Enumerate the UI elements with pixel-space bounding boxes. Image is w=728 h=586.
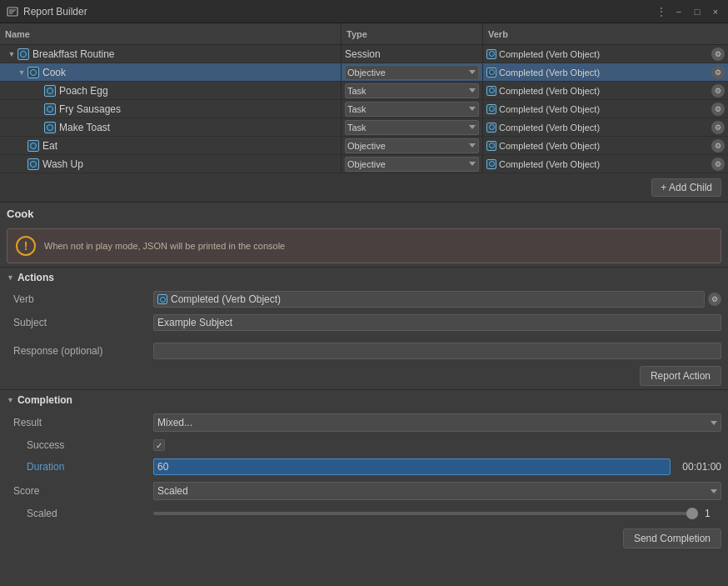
settings-icon[interactable]: ⚙	[711, 158, 725, 171]
title-bar-left: Report Builder	[7, 6, 87, 18]
tree-cell-name: Eat	[0, 137, 342, 154]
type-select-fry-sausages[interactable]: Task Objective Session	[345, 102, 479, 117]
tree-row-cook[interactable]: Cook Objective Task Session Completed (V…	[0, 63, 728, 82]
collapse-arrow[interactable]	[7, 49, 17, 59]
response-control	[153, 343, 721, 359]
tree-cell-name: Breakffast Routine	[0, 45, 342, 63]
type-select-poach-egg[interactable]: Task Objective Session	[345, 83, 479, 98]
node-label: Eat	[42, 140, 57, 152]
subject-label: Subject	[13, 317, 147, 328]
objective-icon	[27, 140, 39, 152]
tree-row-breakfast-routine[interactable]: Breakffast Routine Session Completed (Ve…	[0, 45, 728, 63]
section-collapse-arrow: ▼	[7, 273, 14, 282]
minimize-button[interactable]: −	[673, 6, 685, 18]
verb-icon	[486, 141, 496, 151]
tree-cell-type[interactable]: Task Objective Session	[342, 118, 483, 136]
tree-row-wash-up[interactable]: Wash Up Objective Task Session Completed…	[0, 155, 728, 173]
duration-row: Duration 00:01:00	[0, 455, 728, 478]
result-control: Mixed... Success Failure Passed Failed	[153, 413, 721, 432]
score-row: Score Scaled Raw Min Max	[0, 478, 728, 503]
report-builder-icon	[7, 6, 18, 18]
verb-icon	[486, 104, 496, 114]
slider-row: 1	[153, 508, 721, 519]
more-options-icon[interactable]: ⋮	[656, 5, 666, 18]
verb-control: Completed (Verb Object) ⚙	[153, 291, 721, 308]
tree-cell-verb: Completed (Verb Object) ⚙	[483, 45, 728, 63]
arrow-spacer	[33, 86, 43, 96]
settings-icon[interactable]: ⚙	[711, 48, 725, 61]
tree-row-poach-egg[interactable]: Poach Egg Task Objective Session Complet…	[0, 82, 728, 100]
tree-cell-name: Wash Up	[0, 155, 342, 173]
scaled-control: 1	[153, 508, 721, 519]
response-row: Response (optional)	[0, 339, 728, 363]
title-bar: Report Builder ⋮ − □ ×	[0, 0, 728, 23]
subject-input[interactable]	[153, 314, 721, 331]
verb-row: Verb Completed (Verb Object) ⚙	[0, 288, 728, 311]
objective-icon	[27, 67, 39, 78]
objective-icon	[27, 158, 39, 170]
verb-settings-icon[interactable]: ⚙	[708, 293, 721, 306]
node-icon	[17, 48, 30, 61]
node-icon	[43, 103, 57, 116]
subject-row: Subject	[0, 311, 728, 334]
tree-cell-type[interactable]: Objective Task Session	[342, 63, 483, 81]
verb-value: Completed (Verb Object)	[486, 104, 708, 114]
verb-field[interactable]: Completed (Verb Object)	[153, 291, 705, 308]
result-select[interactable]: Mixed... Success Failure Passed Failed	[153, 413, 721, 432]
settings-icon[interactable]: ⚙	[711, 84, 725, 98]
collapse-arrow[interactable]	[17, 68, 27, 78]
task-icon	[44, 122, 56, 133]
add-child-area: + Add Child	[0, 173, 728, 203]
tree-cell-type: Session	[342, 45, 483, 63]
node-icon	[43, 121, 57, 134]
type-select-cook[interactable]: Objective Task Session	[345, 65, 479, 80]
success-control	[153, 439, 721, 451]
verb-icon	[486, 68, 496, 78]
success-row: Success	[0, 435, 728, 455]
column-type-header: Type	[342, 23, 483, 44]
add-child-button[interactable]: + Add Child	[651, 178, 721, 197]
send-completion-row: Send Completion	[0, 523, 728, 553]
completion-section-header[interactable]: ▼ Completion	[0, 389, 728, 410]
tree-cell-verb: Completed (Verb Object) ⚙	[483, 118, 728, 136]
panel-title: Cook	[0, 203, 728, 225]
response-label: Response (optional)	[13, 345, 147, 357]
verb-value: Completed (Verb Object)	[486, 141, 708, 151]
tree-cell-name: Make Toast	[0, 118, 342, 136]
tree-row-make-toast[interactable]: Make Toast Task Objective Session Comple…	[0, 118, 728, 137]
duration-input[interactable]	[153, 458, 671, 475]
tree-cell-type[interactable]: Task Objective Session	[342, 82, 483, 99]
tree-cell-type[interactable]: Task Objective Session	[342, 100, 483, 118]
arrow-spacer	[33, 104, 43, 114]
tree-row-fry-sausages[interactable]: Fry Sausages Task Objective Session Comp…	[0, 100, 728, 118]
slider-thumb[interactable]	[686, 508, 698, 519]
type-select-make-toast[interactable]: Task Objective Session	[345, 120, 479, 135]
settings-icon[interactable]: ⚙	[711, 121, 725, 134]
type-select-wash-up[interactable]: Objective Task Session	[345, 157, 479, 172]
response-input[interactable]	[153, 343, 721, 359]
settings-icon[interactable]: ⚙	[711, 103, 725, 116]
info-box: ! When not in play mode, JSON will be pr…	[7, 228, 721, 263]
report-action-button[interactable]: Report Action	[640, 366, 721, 386]
send-completion-button[interactable]: Send Completion	[623, 528, 721, 548]
settings-icon[interactable]: ⚙	[711, 139, 725, 153]
maximize-button[interactable]: □	[691, 6, 703, 18]
tree-row-eat[interactable]: Eat Objective Task Session Completed (Ve…	[0, 137, 728, 155]
slider-track[interactable]	[153, 512, 698, 515]
settings-icon[interactable]: ⚙	[711, 66, 725, 79]
tree-cell-verb: Completed (Verb Object) ⚙	[483, 100, 728, 118]
type-select-eat[interactable]: Objective Task Session	[345, 138, 479, 153]
node-label: Make Toast	[59, 122, 110, 133]
result-row: Result Mixed... Success Failure Passed F…	[0, 410, 728, 435]
actions-section-header[interactable]: ▼ Actions	[0, 267, 728, 288]
score-control: Scaled Raw Min Max	[153, 482, 721, 500]
success-label: Success	[13, 439, 147, 451]
success-checkbox[interactable]	[153, 439, 165, 451]
tree-cell-type[interactable]: Objective Task Session	[342, 137, 483, 154]
close-button[interactable]: ×	[710, 6, 721, 18]
score-select[interactable]: Scaled Raw Min Max	[153, 482, 721, 500]
tree-cell-type[interactable]: Objective Task Session	[342, 155, 483, 173]
score-label: Score	[13, 485, 147, 497]
tree-cell-verb: Completed (Verb Object) ⚙	[483, 63, 728, 81]
duration-input-row: 00:01:00	[153, 458, 721, 475]
